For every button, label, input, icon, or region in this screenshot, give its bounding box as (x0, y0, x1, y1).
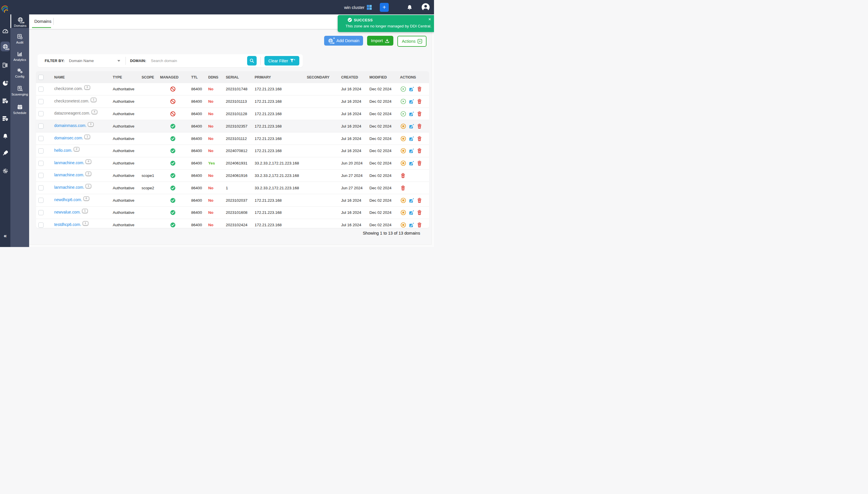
integrations-plug-icon[interactable] (0, 148, 11, 158)
server-alert-icon-2[interactable]: ! (0, 113, 11, 123)
row-checkbox[interactable] (38, 136, 43, 141)
domain-name-link[interactable]: newvalue.com. (54, 210, 81, 214)
server-alert-icon[interactable]: ! (0, 96, 11, 106)
sidebar-item-scavenging[interactable]: Scavenging (11, 83, 29, 99)
domain-name-link[interactable]: checkzone.com. (54, 87, 83, 91)
scavenging-icon (11, 86, 29, 92)
stop-action-button[interactable] (400, 210, 406, 215)
delete-action-button[interactable] (400, 185, 406, 191)
sidebar-item-audit[interactable]: Audit (11, 31, 29, 47)
modified-cell: Dec 02 2024 (368, 87, 400, 91)
tab-domains[interactable]: Domains (32, 15, 54, 28)
horizontal-scrollbar[interactable] (29, 244, 432, 247)
row-checkbox[interactable] (38, 99, 43, 104)
row-checkbox[interactable] (38, 87, 43, 92)
row-checkbox[interactable] (38, 124, 43, 129)
add-new-button[interactable]: + (380, 3, 389, 12)
domain-search-input[interactable] (150, 58, 238, 63)
domain-name-link[interactable]: checkzonetest.com. (54, 99, 90, 103)
actions-dropdown-button[interactable]: Actions (397, 36, 427, 47)
dns-module-icon[interactable]: DNS (1, 41, 10, 51)
dashboard-icon[interactable] (0, 26, 11, 36)
stop-action-button[interactable] (400, 222, 406, 228)
row-checkbox[interactable] (38, 161, 43, 166)
edit-action-button[interactable] (409, 86, 414, 92)
row-actions (400, 185, 429, 191)
delete-action-button[interactable] (417, 99, 422, 104)
edit-action-button[interactable] (409, 136, 414, 141)
row-checkbox[interactable] (38, 111, 43, 116)
domain-name-link[interactable]: lanmachine.com. (54, 173, 84, 177)
edit-action-button[interactable] (409, 124, 414, 129)
search-button[interactable] (247, 56, 257, 65)
dhcp-server-icon[interactable] (0, 60, 11, 70)
row-checkbox[interactable] (38, 148, 43, 153)
edit-action-button[interactable] (409, 111, 414, 117)
tools-gear-icon[interactable] (0, 166, 11, 176)
row-checkbox[interactable] (38, 198, 43, 203)
domain-name-link[interactable]: testdhcp6.com. (54, 223, 81, 227)
clear-filter-button[interactable]: Clear Filter x (264, 56, 299, 65)
domain-name-link[interactable]: hello.com. (54, 148, 72, 153)
select-all-checkbox[interactable] (38, 75, 43, 80)
record-count-badge: 4 (92, 110, 97, 114)
sidebar-item-domains[interactable]: COM Domains (11, 12, 29, 28)
row-checkbox[interactable] (38, 223, 43, 228)
stop-action-button[interactable] (400, 124, 406, 129)
edit-action-button[interactable] (409, 222, 414, 228)
sidebar-item-config[interactable]: Config (11, 65, 29, 81)
stop-action-button[interactable] (400, 198, 406, 203)
stop-action-button[interactable] (400, 136, 406, 141)
start-action-button[interactable] (400, 86, 406, 92)
alerts-bell-icon[interactable] (0, 131, 11, 141)
delete-action-button[interactable] (417, 136, 422, 141)
delete-action-button[interactable] (417, 124, 422, 129)
delete-action-button[interactable] (417, 111, 422, 117)
edit-action-button[interactable] (409, 99, 414, 104)
cluster-selector[interactable]: win cluster (344, 5, 372, 10)
delete-action-button[interactable] (417, 148, 422, 153)
table-row: checkzone.com.3 Authoritative 86400 No 2… (36, 83, 429, 95)
edit-action-button[interactable] (409, 210, 414, 215)
user-avatar[interactable] (421, 3, 430, 12)
delete-action-button[interactable] (417, 222, 422, 228)
notifications-bell-icon[interactable] (407, 4, 413, 11)
created-cell: Jun 27 2024 (338, 173, 368, 178)
import-button[interactable]: Import (367, 36, 393, 45)
domain-name-link[interactable]: domainmass.com. (54, 124, 86, 128)
toast-close-icon[interactable]: ✕ (428, 17, 431, 21)
table-row: domainsec.com.1 Authoritative 86400 No 2… (36, 132, 429, 145)
domain-name-link[interactable]: datazoneagent.com. (54, 111, 90, 115)
add-domain-globe-icon: COM + (328, 38, 333, 43)
delete-action-button[interactable] (417, 210, 422, 215)
domain-name-link[interactable]: lanmachine.com. (54, 161, 84, 165)
delete-action-button[interactable] (417, 160, 422, 166)
ttl-cell: 86400 (189, 161, 208, 165)
cluster-name: win cluster (344, 5, 364, 10)
vertical-scrollbar[interactable] (431, 15, 434, 247)
delete-action-button[interactable] (417, 198, 422, 203)
serial-cell: 2023102357 (225, 124, 253, 128)
row-checkbox[interactable] (38, 173, 43, 178)
sidebar-collapse-button[interactable]: « (0, 232, 11, 239)
domain-name-link[interactable]: domainsec.com. (54, 136, 83, 140)
record-count-badge: 6 (83, 196, 90, 201)
domain-name-link[interactable]: lanmachine.com. (54, 185, 84, 190)
edit-action-button[interactable] (409, 198, 414, 203)
reports-pie-icon[interactable] (0, 78, 11, 88)
start-action-button[interactable] (400, 99, 406, 104)
stop-action-button[interactable] (400, 148, 406, 153)
domain-name-link[interactable]: newdhcp6.com. (54, 198, 82, 202)
delete-action-button[interactable] (400, 173, 406, 178)
add-domain-button[interactable]: COM + Add Domain (324, 36, 363, 45)
start-action-button[interactable] (400, 111, 406, 117)
sidebar-item-schedule[interactable]: Schedule (11, 101, 29, 118)
delete-action-button[interactable] (417, 86, 422, 92)
filter-by-select[interactable]: Domain Name (69, 59, 120, 63)
stop-action-button[interactable] (400, 160, 406, 166)
edit-action-button[interactable] (409, 148, 414, 153)
row-checkbox[interactable] (38, 210, 43, 215)
sidebar-item-analytics[interactable]: Analytics (11, 49, 29, 65)
row-checkbox[interactable] (38, 185, 43, 190)
edit-action-button[interactable] (409, 160, 414, 166)
